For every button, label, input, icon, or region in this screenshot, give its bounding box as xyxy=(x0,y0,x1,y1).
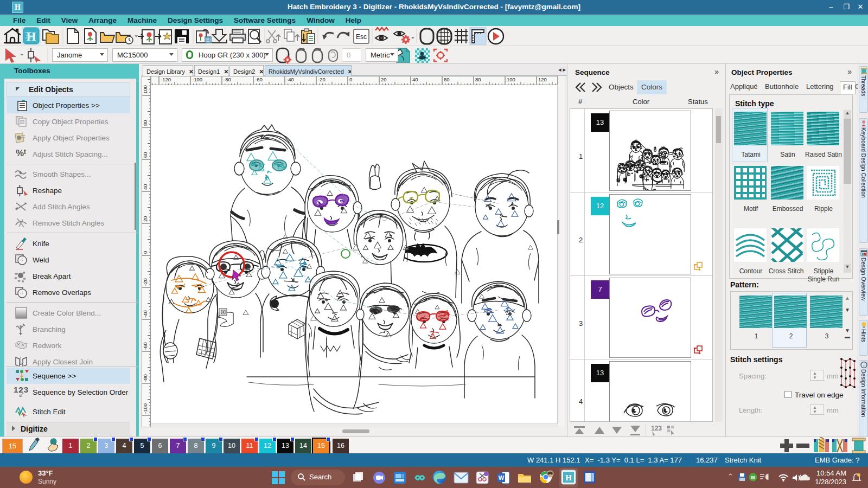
svg-text:-60: -60 xyxy=(255,76,263,82)
svg-text:-20: -20 xyxy=(318,76,326,82)
svg-text:Esc: Esc xyxy=(356,33,367,41)
svg-text:-20: -20 xyxy=(142,278,148,286)
svg-text:i: i xyxy=(863,363,865,368)
svg-text:-60: -60 xyxy=(142,342,148,350)
svg-text:60: 60 xyxy=(142,152,148,158)
svg-text:-80: -80 xyxy=(224,76,231,82)
svg-text:-120: -120 xyxy=(161,76,171,82)
svg-text:100: 100 xyxy=(142,85,148,94)
svg-text:120: 120 xyxy=(538,76,547,82)
svg-text:-80: -80 xyxy=(142,374,148,382)
svg-text:H: H xyxy=(27,30,36,43)
svg-text:-40: -40 xyxy=(286,76,294,82)
svg-text:0: 0 xyxy=(349,76,352,82)
svg-text:-100: -100 xyxy=(142,403,148,414)
svg-text:-100: -100 xyxy=(192,76,202,82)
svg-text:20: 20 xyxy=(142,216,148,222)
svg-text:60: 60 xyxy=(444,76,450,82)
svg-text:-40: -40 xyxy=(142,310,148,318)
svg-text:20: 20 xyxy=(381,76,387,82)
svg-text:80: 80 xyxy=(475,76,481,82)
svg-text:w: w xyxy=(750,474,755,480)
svg-text:40: 40 xyxy=(412,76,418,82)
svg-text:100: 100 xyxy=(507,76,515,82)
svg-text:80: 80 xyxy=(142,120,148,126)
svg-text:40: 40 xyxy=(142,184,148,190)
svg-text:W: W xyxy=(499,474,505,481)
svg-text:H: H xyxy=(565,473,572,482)
svg-text:0: 0 xyxy=(142,251,148,254)
svg-text:123: 123 xyxy=(651,425,662,432)
